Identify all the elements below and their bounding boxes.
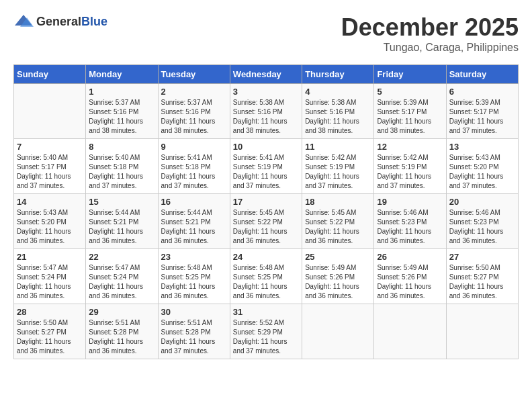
day-number: 4 bbox=[305, 87, 371, 97]
day-number: 11 bbox=[305, 142, 371, 152]
day-number: 15 bbox=[89, 197, 154, 207]
day-number: 8 bbox=[89, 142, 154, 152]
calendar-day-cell: 11Sunrise: 5:42 AMSunset: 5:19 PMDayligh… bbox=[302, 139, 374, 194]
calendar-day-cell: 10Sunrise: 5:41 AMSunset: 5:19 PMDayligh… bbox=[230, 139, 302, 194]
calendar-day-cell: 26Sunrise: 5:49 AMSunset: 5:26 PMDayligh… bbox=[374, 249, 446, 304]
day-info: Sunrise: 5:52 AMSunset: 5:29 PMDaylight:… bbox=[233, 318, 299, 356]
calendar-day-cell: 29Sunrise: 5:51 AMSunset: 5:28 PMDayligh… bbox=[86, 304, 158, 359]
day-number: 21 bbox=[17, 252, 83, 262]
calendar-day-cell: 21Sunrise: 5:47 AMSunset: 5:24 PMDayligh… bbox=[14, 249, 86, 304]
day-of-week-header: Thursday bbox=[302, 65, 374, 84]
day-info: Sunrise: 5:45 AMSunset: 5:22 PMDaylight:… bbox=[233, 208, 299, 246]
calendar-day-cell: 15Sunrise: 5:44 AMSunset: 5:21 PMDayligh… bbox=[86, 194, 158, 249]
calendar-day-cell: 24Sunrise: 5:48 AMSunset: 5:25 PMDayligh… bbox=[230, 249, 302, 304]
calendar-week-row: 1Sunrise: 5:37 AMSunset: 5:16 PMDaylight… bbox=[14, 84, 519, 139]
day-number: 25 bbox=[305, 252, 371, 262]
logo-text-general: General bbox=[36, 15, 81, 28]
calendar-day-cell: 8Sunrise: 5:40 AMSunset: 5:18 PMDaylight… bbox=[86, 139, 158, 194]
day-info: Sunrise: 5:50 AMSunset: 5:27 PMDaylight:… bbox=[449, 263, 515, 301]
day-info: Sunrise: 5:38 AMSunset: 5:16 PMDaylight:… bbox=[233, 98, 299, 136]
calendar-day-cell: 18Sunrise: 5:45 AMSunset: 5:22 PMDayligh… bbox=[302, 194, 374, 249]
calendar-day-cell: 25Sunrise: 5:49 AMSunset: 5:26 PMDayligh… bbox=[302, 249, 374, 304]
logo-icon bbox=[13, 13, 34, 30]
day-number: 14 bbox=[17, 197, 83, 207]
day-info: Sunrise: 5:50 AMSunset: 5:27 PMDaylight:… bbox=[17, 318, 83, 356]
calendar-day-cell: 19Sunrise: 5:46 AMSunset: 5:23 PMDayligh… bbox=[374, 194, 446, 249]
day-info: Sunrise: 5:47 AMSunset: 5:24 PMDaylight:… bbox=[17, 263, 83, 301]
calendar-day-cell: 17Sunrise: 5:45 AMSunset: 5:22 PMDayligh… bbox=[230, 194, 302, 249]
day-number: 12 bbox=[377, 142, 443, 152]
calendar-day-cell: 9Sunrise: 5:41 AMSunset: 5:18 PMDaylight… bbox=[158, 139, 230, 194]
day-number: 20 bbox=[449, 197, 515, 207]
day-number: 24 bbox=[233, 252, 299, 262]
day-number: 13 bbox=[449, 142, 515, 152]
month-title: December 2025 bbox=[341, 13, 519, 42]
day-of-week-header: Saturday bbox=[446, 65, 518, 84]
day-number: 1 bbox=[89, 87, 154, 97]
day-info: Sunrise: 5:41 AMSunset: 5:19 PMDaylight:… bbox=[233, 153, 299, 191]
day-info: Sunrise: 5:44 AMSunset: 5:21 PMDaylight:… bbox=[161, 208, 227, 246]
day-info: Sunrise: 5:45 AMSunset: 5:22 PMDaylight:… bbox=[305, 208, 371, 246]
day-info: Sunrise: 5:47 AMSunset: 5:24 PMDaylight:… bbox=[89, 263, 154, 301]
day-info: Sunrise: 5:41 AMSunset: 5:18 PMDaylight:… bbox=[161, 153, 227, 191]
day-number: 3 bbox=[233, 87, 299, 97]
calendar-day-cell: 5Sunrise: 5:39 AMSunset: 5:17 PMDaylight… bbox=[374, 84, 446, 139]
logo: GeneralBlue bbox=[13, 13, 107, 30]
day-number: 23 bbox=[161, 252, 227, 262]
calendar-day-cell: 27Sunrise: 5:50 AMSunset: 5:27 PMDayligh… bbox=[446, 249, 518, 304]
calendar-header-row: SundayMondayTuesdayWednesdayThursdayFrid… bbox=[14, 65, 519, 84]
day-info: Sunrise: 5:37 AMSunset: 5:16 PMDaylight:… bbox=[161, 98, 227, 136]
calendar-day-cell: 4Sunrise: 5:38 AMSunset: 5:16 PMDaylight… bbox=[302, 84, 374, 139]
calendar-day-cell: 30Sunrise: 5:51 AMSunset: 5:28 PMDayligh… bbox=[158, 304, 230, 359]
header: GeneralBlue December 2025 Tungao, Caraga… bbox=[13, 13, 519, 54]
logo-text-blue: Blue bbox=[81, 15, 107, 28]
calendar-day-cell: 14Sunrise: 5:43 AMSunset: 5:20 PMDayligh… bbox=[14, 194, 86, 249]
day-info: Sunrise: 5:49 AMSunset: 5:26 PMDaylight:… bbox=[305, 263, 371, 301]
day-info: Sunrise: 5:42 AMSunset: 5:19 PMDaylight:… bbox=[377, 153, 443, 191]
calendar-day-cell: 12Sunrise: 5:42 AMSunset: 5:19 PMDayligh… bbox=[374, 139, 446, 194]
calendar-day-cell: 1Sunrise: 5:37 AMSunset: 5:16 PMDaylight… bbox=[86, 84, 158, 139]
day-info: Sunrise: 5:48 AMSunset: 5:25 PMDaylight:… bbox=[161, 263, 227, 301]
day-of-week-header: Friday bbox=[374, 65, 446, 84]
day-number: 2 bbox=[161, 87, 227, 97]
day-info: Sunrise: 5:51 AMSunset: 5:28 PMDaylight:… bbox=[89, 318, 154, 356]
day-info: Sunrise: 5:46 AMSunset: 5:23 PMDaylight:… bbox=[377, 208, 443, 246]
day-number: 17 bbox=[233, 197, 299, 207]
day-info: Sunrise: 5:49 AMSunset: 5:26 PMDaylight:… bbox=[377, 263, 443, 301]
day-number: 19 bbox=[377, 197, 443, 207]
day-number: 6 bbox=[449, 87, 515, 97]
calendar-day-cell: 3Sunrise: 5:38 AMSunset: 5:16 PMDaylight… bbox=[230, 84, 302, 139]
calendar-day-cell: 16Sunrise: 5:44 AMSunset: 5:21 PMDayligh… bbox=[158, 194, 230, 249]
location-title: Tungao, Caraga, Philippines bbox=[341, 42, 519, 54]
day-number: 28 bbox=[17, 307, 83, 317]
day-of-week-header: Sunday bbox=[14, 65, 86, 84]
day-number: 18 bbox=[305, 197, 371, 207]
calendar-day-cell: 22Sunrise: 5:47 AMSunset: 5:24 PMDayligh… bbox=[86, 249, 158, 304]
day-of-week-header: Tuesday bbox=[158, 65, 230, 84]
calendar-week-row: 28Sunrise: 5:50 AMSunset: 5:27 PMDayligh… bbox=[14, 304, 519, 359]
day-info: Sunrise: 5:43 AMSunset: 5:20 PMDaylight:… bbox=[449, 153, 515, 191]
day-number: 5 bbox=[377, 87, 443, 97]
calendar-week-row: 21Sunrise: 5:47 AMSunset: 5:24 PMDayligh… bbox=[14, 249, 519, 304]
calendar-day-cell: 13Sunrise: 5:43 AMSunset: 5:20 PMDayligh… bbox=[446, 139, 518, 194]
day-info: Sunrise: 5:40 AMSunset: 5:17 PMDaylight:… bbox=[17, 153, 83, 191]
day-number: 29 bbox=[89, 307, 154, 317]
day-number: 7 bbox=[17, 142, 83, 152]
calendar-day-cell: 6Sunrise: 5:39 AMSunset: 5:17 PMDaylight… bbox=[446, 84, 518, 139]
day-number: 26 bbox=[377, 252, 443, 262]
day-number: 27 bbox=[449, 252, 515, 262]
calendar-body: 1Sunrise: 5:37 AMSunset: 5:16 PMDaylight… bbox=[14, 84, 519, 359]
calendar-day-cell bbox=[302, 304, 374, 359]
calendar-day-cell: 7Sunrise: 5:40 AMSunset: 5:17 PMDaylight… bbox=[14, 139, 86, 194]
day-of-week-header: Wednesday bbox=[230, 65, 302, 84]
calendar-day-cell: 20Sunrise: 5:46 AMSunset: 5:23 PMDayligh… bbox=[446, 194, 518, 249]
day-info: Sunrise: 5:48 AMSunset: 5:25 PMDaylight:… bbox=[233, 263, 299, 301]
title-area: December 2025 Tungao, Caraga, Philippine… bbox=[341, 13, 519, 54]
day-info: Sunrise: 5:37 AMSunset: 5:16 PMDaylight:… bbox=[89, 98, 154, 136]
calendar-table: SundayMondayTuesdayWednesdayThursdayFrid… bbox=[13, 64, 519, 359]
calendar-day-cell: 2Sunrise: 5:37 AMSunset: 5:16 PMDaylight… bbox=[158, 84, 230, 139]
day-info: Sunrise: 5:43 AMSunset: 5:20 PMDaylight:… bbox=[17, 208, 83, 246]
day-info: Sunrise: 5:40 AMSunset: 5:18 PMDaylight:… bbox=[89, 153, 154, 191]
day-info: Sunrise: 5:38 AMSunset: 5:16 PMDaylight:… bbox=[305, 98, 371, 136]
day-info: Sunrise: 5:46 AMSunset: 5:23 PMDaylight:… bbox=[449, 208, 515, 246]
